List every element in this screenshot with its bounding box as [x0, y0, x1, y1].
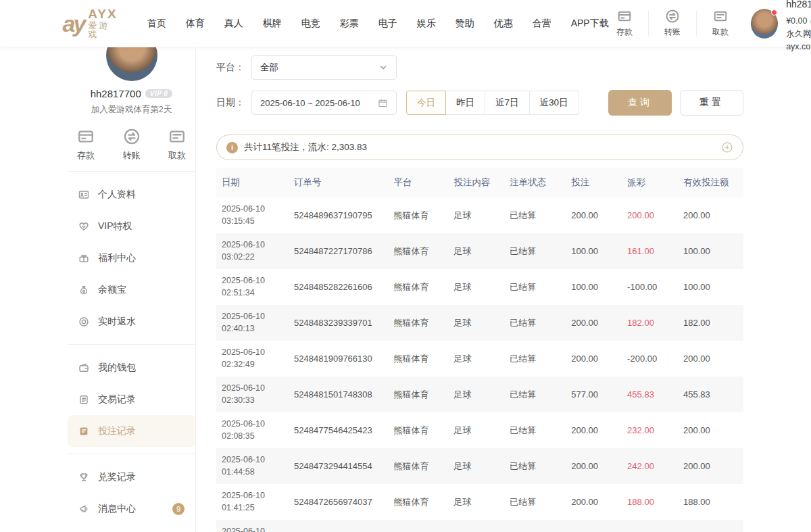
nav-item-优惠[interactable]: 优惠: [494, 18, 513, 30]
transfer-icon: [123, 128, 141, 145]
table-header-row: 日期订单号平台投注内容注单状态投注派彩有效投注额: [216, 168, 743, 197]
column-header-平台: 平台: [389, 168, 449, 197]
cell-order: 5248477546425423: [289, 412, 389, 448]
cell-platform: 熊猫体育: [389, 412, 449, 448]
id-card-icon: [78, 189, 89, 200]
cell-date: 2025-06-1001:41:25: [216, 484, 289, 520]
table-row[interactable]: 2025-06-1002:40:135248483239339701熊猫体育足球…: [216, 305, 743, 341]
summary-text: 共计11笔投注，流水: 2,303.83: [244, 141, 367, 153]
sidebar-item-余额宝[interactable]: 余额宝: [68, 274, 195, 306]
nav-item-棋牌[interactable]: 棋牌: [263, 18, 282, 30]
sidebar-vip-badge: VIP 0: [145, 89, 173, 98]
sidebar-item-个人资料[interactable]: 个人资料: [68, 178, 195, 210]
table-row[interactable]: 2025-06-1002:32:495248481909766130熊猫体育足球…: [216, 341, 743, 377]
cell-date: 2025-06-1002:51:34: [216, 269, 289, 305]
cell-payout: 0.00: [622, 520, 678, 532]
cell-date: 2025-06-1002:30:33: [216, 377, 289, 412]
gift-icon: [78, 253, 89, 264]
table-row[interactable]: 2025-06-1002:08:355248477546425423熊猫体育足球…: [216, 412, 743, 448]
table-row[interactable]: 2025-06-1002:51:345248485282261606熊猫体育足球…: [216, 269, 743, 305]
sidebar-item-label: 实时返水: [98, 316, 136, 328]
sidebar-item-消息中心[interactable]: 消息中心9: [68, 493, 195, 525]
withdraw-card-icon: [713, 9, 728, 24]
cell-status: 已结算: [504, 484, 566, 520]
cell-order: 5248489637190795: [289, 197, 389, 233]
range-button-近7日[interactable]: 近7日: [485, 91, 530, 115]
rebate-target-icon: [78, 316, 89, 327]
search-button[interactable]: 查询: [608, 90, 672, 116]
date-filter-label: 日期：: [216, 97, 251, 109]
sidebar-item-label: 兑奖记录: [98, 471, 136, 483]
action-label: 存款: [77, 149, 95, 162]
header-action-存款[interactable]: 存款: [609, 9, 640, 38]
header-action-取款[interactable]: 取款: [705, 9, 736, 38]
table-row[interactable]: 2025-06-1003:15:455248489637190795熊猫体育足球…: [216, 197, 743, 233]
nav-item-电竞[interactable]: 电竞: [301, 18, 320, 30]
sidebar-item-label: 交易记录: [98, 393, 136, 406]
table-row[interactable]: 2025-06-1001:41:255248472656974037熊猫体育足球…: [216, 484, 743, 520]
sidebar-quick-actions: 存款转账取款: [68, 128, 195, 162]
vip-heart-icon: [78, 221, 89, 232]
money-bag-icon: [78, 285, 89, 295]
table-row[interactable]: 2025-06-1002:30:335248481501748308熊猫体育足球…: [216, 377, 743, 412]
brand-logo[interactable]: ay AYX 爱游戏: [63, 7, 118, 39]
sidebar-item-label: VIP特权: [98, 220, 132, 233]
cell-date: 2025-06-1003:02:22: [216, 233, 289, 269]
nav-item-合营[interactable]: 合营: [533, 18, 551, 30]
cell-platform: 熊猫体育: [389, 269, 449, 305]
cell-status: 已结算: [504, 197, 566, 233]
balance: ¥0.00: [786, 15, 807, 28]
unread-badge: 9: [172, 503, 185, 515]
sidebar-item-我的钱包[interactable]: 我的钱包: [68, 352, 195, 383]
header-action-转账[interactable]: 转账: [657, 9, 688, 38]
sidebar-item-意见反馈[interactable]: 意见反馈: [68, 525, 195, 532]
sidebar-item-实时返水[interactable]: 实时返水: [68, 306, 195, 337]
reset-button[interactable]: 重置: [680, 90, 743, 116]
column-header-日期: 日期: [216, 168, 289, 197]
divider: [696, 11, 697, 37]
sidebar-item-label: 余额宝: [98, 284, 126, 296]
nav-item-彩票[interactable]: 彩票: [340, 18, 359, 30]
nav-item-体育[interactable]: 体育: [186, 18, 205, 30]
sidebar-action-转账[interactable]: 转账: [123, 128, 141, 162]
column-header-投注内容: 投注内容: [449, 168, 505, 197]
table-row[interactable]: 2025-06-1001:44:585248473294414554熊猫体育足球…: [216, 448, 743, 484]
cell-valid: 200.00: [678, 448, 743, 484]
header-user-meta: hh2817700 VIP 0 ¥0.00 永久网址: ayx.com: [786, 0, 811, 53]
cell-status: 已结算: [504, 269, 566, 305]
sidebar-item-投注记录[interactable]: 投注记录: [68, 415, 195, 447]
platform-select-value: 全部: [260, 62, 278, 74]
sidebar-action-存款[interactable]: 存款: [77, 128, 95, 162]
range-button-今日[interactable]: 今日: [406, 91, 446, 115]
cell-content: 足球: [449, 520, 505, 532]
platform-filter-label: 平台：: [216, 62, 251, 74]
notification-dot: [771, 9, 777, 16]
nav-item-娱乐[interactable]: 娱乐: [417, 18, 436, 30]
nav-item-首页[interactable]: 首页: [147, 18, 166, 30]
chevron-down-icon: [378, 63, 388, 72]
cell-valid: 200.00: [678, 197, 743, 233]
summary-bar: i 共计11笔投注，流水: 2,303.83: [216, 135, 743, 160]
sidebar-item-VIP特权[interactable]: VIP特权: [68, 210, 195, 242]
table-row[interactable]: 2025-06-1003:02:225248487227170786熊猫体育足球…: [216, 233, 743, 269]
table-row[interactable]: 2025-06-1000:37:572506091237588276IM体育足球…: [216, 520, 743, 532]
range-button-近30日[interactable]: 近30日: [529, 91, 579, 115]
sidebar-item-福利中心[interactable]: 福利中心: [68, 242, 195, 274]
range-button-昨日[interactable]: 昨日: [445, 91, 485, 115]
platform-select[interactable]: 全部: [251, 55, 397, 80]
sidebar-item-label: 我的钱包: [98, 362, 136, 374]
nav-item-赞助[interactable]: 赞助: [456, 18, 474, 30]
sidebar-item-兑奖记录[interactable]: 兑奖记录: [68, 461, 195, 493]
header-avatar[interactable]: [751, 9, 778, 39]
sidebar-item-交易记录[interactable]: 交易记录: [68, 383, 195, 415]
bet-records-table: 日期订单号平台投注内容注单状态投注派彩有效投注额 2025-06-1003:15…: [216, 168, 743, 532]
cell-status: 已结算: [504, 233, 566, 269]
sidebar-action-取款[interactable]: 取款: [168, 128, 186, 162]
nav-item-电子[interactable]: 电子: [378, 18, 397, 30]
plus-circle-icon[interactable]: [721, 141, 733, 153]
action-label: 取款: [168, 149, 186, 162]
nav-item-真人[interactable]: 真人: [224, 18, 243, 30]
date-range-input[interactable]: 2025-06-10 ~ 2025-06-10: [251, 91, 397, 115]
cell-status: 已结算: [504, 520, 566, 532]
nav-item-APP下载[interactable]: APP下载: [571, 18, 609, 30]
